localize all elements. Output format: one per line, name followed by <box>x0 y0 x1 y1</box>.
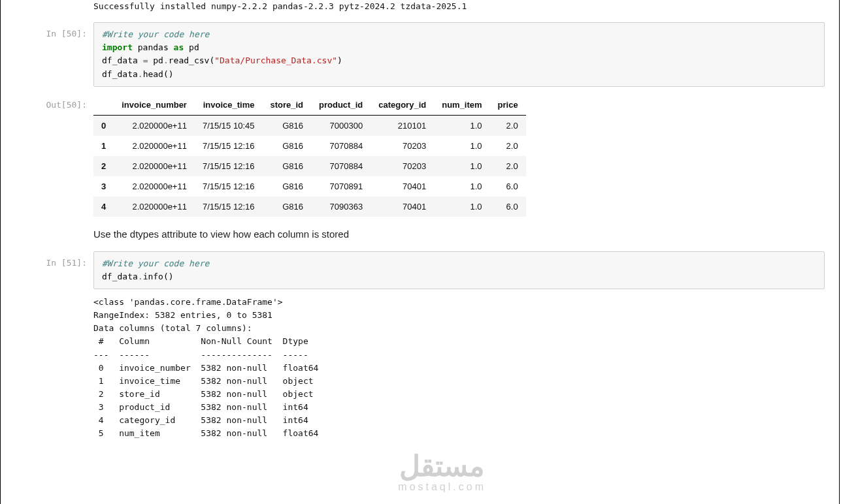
kw-as: as <box>174 42 184 52</box>
cell: G816 <box>262 156 311 176</box>
col-header: product_id <box>311 95 371 116</box>
dataframe-output: invoice_number invoice_time store_id pro… <box>93 95 526 217</box>
cell: 70203 <box>371 136 434 156</box>
prompt-in-51: In [51]: <box>46 258 87 268</box>
cell: 2.020000e+11 <box>114 115 195 136</box>
cell: 2.0 <box>490 115 526 136</box>
watermark: مستقل mostaql.com <box>398 452 486 492</box>
cell: 1.0 <box>434 197 489 217</box>
cell: 70401 <box>371 176 434 197</box>
cell: 2.020000e+11 <box>114 197 195 217</box>
cell: G816 <box>262 197 311 217</box>
watermark-latin: mostaql.com <box>398 482 486 492</box>
cell: 2.020000e+11 <box>114 176 195 197</box>
cell: 7000300 <box>311 115 371 136</box>
row-index: 0 <box>93 115 114 136</box>
cell: 7070884 <box>311 136 371 156</box>
pip-install-output: Successfully installed numpy-2.2.2 panda… <box>93 0 825 18</box>
col-header: category_id <box>371 95 434 116</box>
cell: G816 <box>262 176 311 197</box>
col-header: invoice_time <box>195 95 263 116</box>
code-cell-51[interactable]: #Write your code here df_data.info() <box>93 251 825 289</box>
table-row: 1 2.020000e+11 7/15/15 12:16 G816 707088… <box>93 136 526 156</box>
col-header: invoice_number <box>114 95 195 116</box>
cell: 7/15/15 12:16 <box>195 136 263 156</box>
cell: 1.0 <box>434 136 489 156</box>
markdown-text: Use the dtypes attribute to view how eac… <box>93 217 825 247</box>
row-index: 1 <box>93 136 114 156</box>
cell: 2.020000e+11 <box>114 136 195 156</box>
prompt-in-50: In [50]: <box>46 29 87 39</box>
table-row: 2 2.020000e+11 7/15/15 12:16 G816 707088… <box>93 156 526 176</box>
cell: 210101 <box>371 115 434 136</box>
code-cell-50[interactable]: #Write your code here import pandas as p… <box>93 22 825 87</box>
cell: 7070891 <box>311 176 371 197</box>
table-row: 3 2.020000e+11 7/15/15 12:16 G816 707089… <box>93 176 526 197</box>
cell: 7090363 <box>311 197 371 217</box>
cell: 6.0 <box>490 176 526 197</box>
table-corner <box>93 95 114 116</box>
col-header: price <box>490 95 526 116</box>
table-row: 4 2.020000e+11 7/15/15 12:16 G816 709036… <box>93 197 526 217</box>
watermark-arabic: مستقل <box>398 452 486 480</box>
code-comment: #Write your code here <box>102 29 209 39</box>
cell: G816 <box>262 115 311 136</box>
col-header: num_item <box>434 95 489 116</box>
table-row: 0 2.020000e+11 7/15/15 10:45 G816 700030… <box>93 115 526 136</box>
cell: G816 <box>262 136 311 156</box>
info-output: <class 'pandas.core.frame.DataFrame'> Ra… <box>93 296 825 446</box>
cell: 1.0 <box>434 115 489 136</box>
cell: 2.0 <box>490 136 526 156</box>
cell: 7/15/15 12:16 <box>195 197 263 217</box>
row-index: 4 <box>93 197 114 217</box>
cell: 70401 <box>371 197 434 217</box>
cell: 70203 <box>371 156 434 176</box>
kw-import: import <box>102 42 133 52</box>
cell: 7/15/15 12:16 <box>195 156 263 176</box>
cell: 1.0 <box>434 176 489 197</box>
prompt-out-50: Out[50]: <box>46 100 87 110</box>
cell: 2.0 <box>490 156 526 176</box>
row-index: 2 <box>93 156 114 176</box>
cell: 7070884 <box>311 156 371 176</box>
cell: 7/15/15 12:16 <box>195 176 263 197</box>
cell: 2.020000e+11 <box>114 156 195 176</box>
code-comment: #Write your code here <box>102 259 209 268</box>
cell: 1.0 <box>434 156 489 176</box>
cell: 7/15/15 10:45 <box>195 115 263 136</box>
row-index: 3 <box>93 176 114 197</box>
col-header: store_id <box>262 95 311 116</box>
cell: 6.0 <box>490 197 526 217</box>
